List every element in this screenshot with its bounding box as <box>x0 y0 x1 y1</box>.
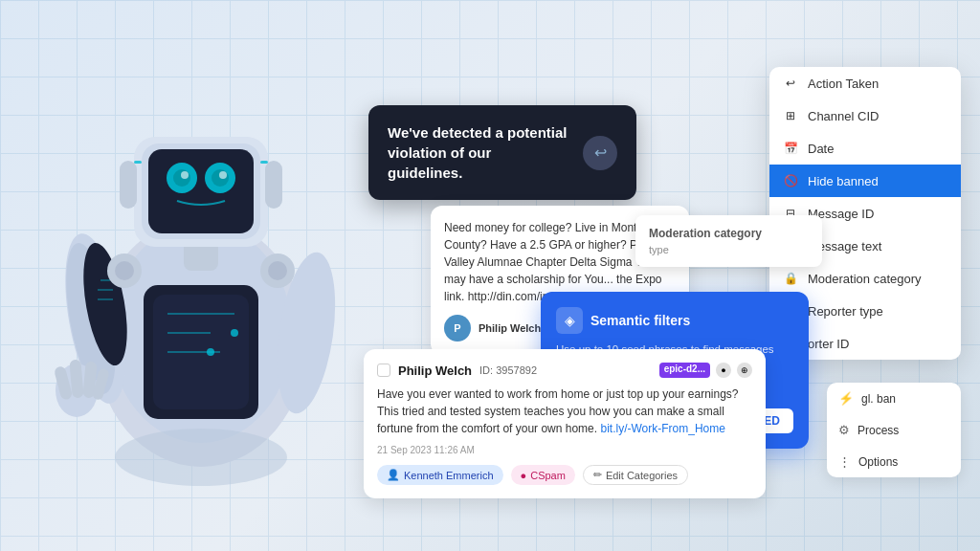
tag-user-label: Kenneth Emmerich <box>404 470 494 481</box>
svg-rect-19 <box>134 161 142 164</box>
robot-illustration <box>0 0 402 551</box>
tag-edit[interactable]: ✏ Edit Categories <box>583 465 688 485</box>
dropdown-item-channel-cid[interactable]: ⊞ Channel CID <box>769 99 961 132</box>
svg-point-15 <box>173 169 190 187</box>
right-extra-process[interactable]: ⚙ Process <box>827 414 961 446</box>
moderation-popup: Moderation category type <box>635 215 822 267</box>
dropdown-item-action-taken[interactable]: ↩ Action Taken <box>769 67 961 99</box>
violation-text: We've detected a potential violation of … <box>388 122 569 183</box>
right-extra-options[interactable]: ⋮ Options <box>827 446 961 477</box>
svg-point-17 <box>181 171 189 179</box>
robot-svg <box>29 36 373 515</box>
options-icon: ⋮ <box>838 454 851 469</box>
epic-badge: epic-d2... <box>659 363 710 378</box>
tag-edit-label: Edit Categories <box>606 470 678 481</box>
right-extras-panel: ⚡ gl. ban ⚙ Process ⋮ Options <box>827 383 961 477</box>
moderation-icon: 🔒 <box>783 271 798 286</box>
bottom-tags: 👤 Kenneth Emmerich ● CSpam ✏ Edit Catego… <box>377 465 752 485</box>
violation-card: We've detected a potential violation of … <box>368 105 636 200</box>
svg-point-8 <box>207 348 214 356</box>
svg-rect-12 <box>148 149 254 233</box>
bottom-message-text: Have you ever wanted to work from home o… <box>377 386 752 437</box>
options-label: Options <box>858 455 898 469</box>
bottom-user-id: ID: 3957892 <box>479 364 537 376</box>
svg-rect-21 <box>120 161 137 209</box>
hide-banned-label: Hide banned <box>808 174 879 188</box>
svg-rect-22 <box>265 161 282 209</box>
mod-popup-title: Moderation category <box>649 227 809 240</box>
bottom-user-name: Philip Welch <box>398 364 472 378</box>
badge-icon-1: ● <box>716 363 731 378</box>
bottom-card-header: Philip Welch ID: 3957892 epic-d2... ● ⊕ <box>377 363 752 378</box>
reply-button[interactable]: ↩ <box>583 136 617 170</box>
svg-rect-20 <box>260 161 268 164</box>
semantic-header: ◈ Semantic filters <box>556 307 793 334</box>
ban-icon: ⚡ <box>838 391 854 406</box>
date-icon: 📅 <box>783 141 798 156</box>
ban-label: gl. ban <box>861 392 896 406</box>
date-label: Date <box>808 142 834 156</box>
svg-point-37 <box>115 261 134 280</box>
svg-point-18 <box>219 171 227 179</box>
user-avatar: P <box>444 315 471 342</box>
channel-cid-label: Channel CID <box>808 109 879 123</box>
tag-spam[interactable]: ● CSpam <box>511 465 575 485</box>
moderation-category-label: Moderation category <box>808 272 922 286</box>
bottom-message-date: 21 Sep 2023 11:26 AM <box>377 445 752 455</box>
tag-user[interactable]: 👤 Kenneth Emmerich <box>377 465 503 485</box>
dropdown-item-date[interactable]: 📅 Date <box>769 132 961 165</box>
right-extra-ban[interactable]: ⚡ gl. ban <box>827 383 961 414</box>
avatar-letter: P <box>454 322 460 334</box>
semantic-title: Semantic filters <box>590 313 690 328</box>
svg-point-16 <box>212 169 229 187</box>
reporter-type-label: Reporter type <box>808 304 883 319</box>
svg-point-38 <box>268 261 287 280</box>
bottom-message-link[interactable]: bit.ly/-Work-From_Home <box>600 422 724 435</box>
semantic-icon: ◈ <box>556 307 583 334</box>
process-label: Process <box>858 424 899 437</box>
reporter-id-label: orter ID <box>808 337 849 351</box>
channel-icon: ⊞ <box>783 108 798 123</box>
bottom-message-card: Philip Welch ID: 3957892 epic-d2... ● ⊕ … <box>364 349 766 498</box>
process-icon: ⚙ <box>838 423 850 437</box>
user-badges: epic-d2... ● ⊕ <box>659 363 752 378</box>
action-taken-icon: ↩ <box>783 76 798 91</box>
svg-point-7 <box>231 329 238 337</box>
message-checkbox[interactable] <box>377 364 390 377</box>
dropdown-item-moderation-category[interactable]: 🔒 Moderation category <box>769 262 961 295</box>
message-author: Philip Welch <box>479 322 541 334</box>
badge-icon-2: ⊕ <box>737 363 752 378</box>
action-taken-label: Action Taken <box>808 77 879 91</box>
hide-banned-icon: 🚫 <box>783 173 798 188</box>
tag-spam-label: CSpam <box>530 470 566 481</box>
dropdown-item-hide-banned[interactable]: 🚫 Hide banned <box>769 165 961 197</box>
mod-popup-subtitle: type <box>649 244 809 255</box>
svg-point-39 <box>115 429 287 486</box>
